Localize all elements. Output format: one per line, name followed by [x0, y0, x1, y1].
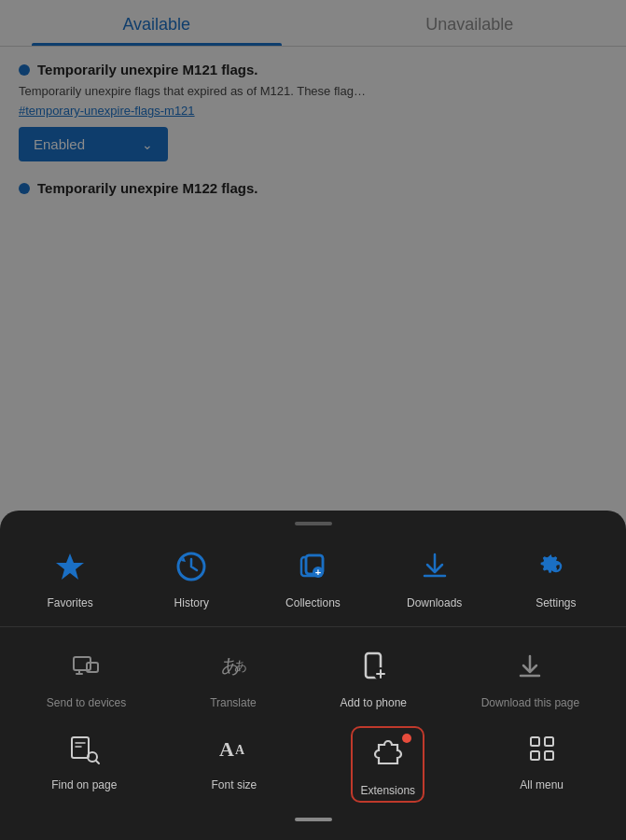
- sheet-bottom-indicator: [0, 818, 626, 821]
- collections-item[interactable]: + Collections: [280, 544, 345, 609]
- favorites-icon: [48, 544, 92, 589]
- send-to-devices-item[interactable]: Send to devices: [47, 644, 126, 709]
- translate-icon: あ あ: [211, 644, 256, 689]
- add-to-phone-item[interactable]: Add to phone: [341, 644, 407, 709]
- downloads-icon: [412, 544, 457, 589]
- svg-rect-22: [531, 751, 539, 760]
- icon-row-bottom: Find on page A A Font size: [0, 709, 626, 803]
- settings-item[interactable]: Settings: [523, 544, 589, 609]
- favorites-label: Favorites: [47, 596, 92, 609]
- svg-rect-21: [545, 737, 553, 746]
- extensions-item[interactable]: Extensions: [351, 726, 424, 803]
- svg-text:+: +: [315, 567, 321, 578]
- settings-label: Settings: [536, 596, 576, 609]
- find-on-page-item[interactable]: Find on page: [51, 726, 117, 791]
- overlay: Favorites History: [0, 0, 626, 840]
- download-this-page-item[interactable]: Download this page: [481, 644, 579, 709]
- download-this-page-label: Download this page: [481, 696, 579, 709]
- extensions-label: Extensions: [360, 784, 415, 797]
- svg-rect-20: [531, 737, 539, 746]
- send-to-devices-icon: [64, 644, 109, 689]
- downloads-item[interactable]: Downloads: [402, 544, 467, 609]
- history-icon: [169, 544, 214, 589]
- downloads-label: Downloads: [407, 596, 462, 609]
- favorites-item[interactable]: Favorites: [37, 544, 103, 609]
- all-menu-icon: [520, 726, 564, 771]
- settings-icon: [534, 544, 578, 589]
- font-size-item[interactable]: A A Font size: [202, 726, 267, 791]
- svg-rect-23: [545, 751, 553, 760]
- collections-icon: +: [290, 544, 335, 589]
- all-menu-label: All menu: [520, 778, 563, 791]
- sheet-handle: [295, 522, 332, 525]
- indicator-line: [295, 818, 332, 821]
- find-on-page-label: Find on page: [51, 778, 117, 791]
- font-size-icon: A A: [212, 726, 257, 771]
- svg-marker-0: [56, 553, 84, 580]
- collections-label: Collections: [285, 596, 341, 609]
- history-item[interactable]: History: [159, 544, 224, 609]
- icon-row-mid: Send to devices あ あ Translate: [0, 627, 626, 709]
- find-on-page-icon: [62, 726, 106, 771]
- add-to-phone-label: Add to phone: [341, 696, 407, 709]
- history-label: History: [174, 596, 209, 609]
- add-to-phone-icon: [351, 644, 396, 689]
- svg-text:A: A: [235, 743, 245, 757]
- download-this-page-icon: [508, 644, 552, 689]
- svg-text:A: A: [219, 737, 234, 761]
- svg-line-17: [96, 761, 99, 763]
- svg-rect-15: [72, 737, 89, 758]
- translate-label: Translate: [210, 696, 257, 709]
- bottom-sheet: Favorites History: [0, 511, 626, 840]
- icon-row-top: Favorites History: [0, 544, 626, 627]
- svg-text:あ: あ: [234, 658, 247, 673]
- send-to-devices-label: Send to devices: [47, 696, 126, 709]
- font-size-label: Font size: [212, 778, 257, 791]
- all-menu-item[interactable]: All menu: [509, 726, 575, 791]
- translate-item[interactable]: あ あ Translate: [201, 644, 266, 709]
